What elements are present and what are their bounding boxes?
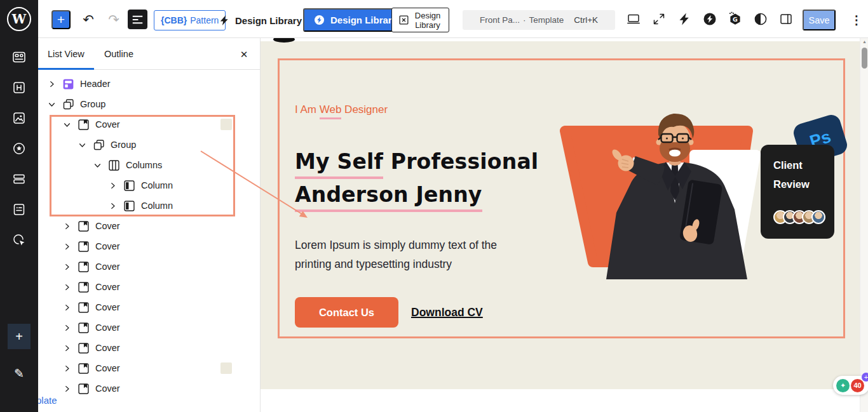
chevron-down-icon[interactable] (46, 98, 57, 110)
color-swatch (220, 119, 232, 130)
extension-diamond-icon[interactable]: ✦ (836, 379, 850, 392)
tree-row-header[interactable]: Header (38, 74, 261, 94)
chevron-down-icon[interactable] (76, 139, 88, 150)
blocks-dashboard-icon[interactable] (0, 42, 38, 72)
cbb-pattern-button[interactable]: {CBB} Pattern (154, 10, 226, 30)
fullscreen-icon[interactable] (651, 11, 667, 27)
chevron-down-icon[interactable] (92, 159, 103, 171)
tree-row-cover[interactable]: Cover (38, 114, 261, 135)
client-card-line: Review (773, 175, 834, 194)
hero-heading[interactable]: My Self Professional Anderson Jenny (295, 147, 538, 209)
block-label: Cover (95, 221, 120, 231)
block-label: Cover (95, 363, 120, 373)
edit-pencil-icon[interactable]: ✎ (0, 361, 38, 386)
hero-photo-illustration (540, 102, 775, 279)
image-block-icon[interactable] (0, 103, 38, 133)
tree-row-cover[interactable]: Cover (38, 277, 261, 297)
chevron-right-icon[interactable] (61, 220, 72, 232)
editor-topbar: + ↶ ↷ {CBB} Pattern Design Library Desig… (38, 0, 868, 38)
chevron-right-icon[interactable] (61, 241, 72, 252)
heading-underlined: My Self (295, 149, 383, 179)
star-circle-icon[interactable] (0, 133, 38, 164)
tree-row-cover[interactable]: Cover (38, 378, 261, 399)
cbb-tag: {CBB} (161, 15, 187, 25)
hero-paragraph[interactable]: Lorem Ipsum is simply dummy text of the … (295, 236, 497, 274)
header-block-icon[interactable] (0, 72, 38, 103)
client-card-line: Client (773, 156, 834, 175)
save-button[interactable]: Save (803, 10, 836, 30)
group-block-icon (92, 138, 105, 152)
inserter-plus-label: + (57, 12, 65, 27)
left-rail: W + ✎ (0, 0, 38, 412)
rows-icon[interactable] (0, 164, 38, 194)
block-label: Column (141, 201, 173, 211)
topbar-icon-group: G (626, 9, 794, 29)
browser-extension-badge[interactable]: ✦ 40 + (833, 376, 868, 395)
kicker-pre: I Am (295, 103, 320, 116)
tree-row-columns[interactable]: Columns (38, 155, 261, 175)
tree-row-group[interactable]: Group (38, 135, 261, 155)
block-label: Cover (95, 322, 120, 333)
tree-row-cover[interactable]: Cover (38, 236, 261, 256)
design-library-toolbar-button[interactable]: Design Library (218, 10, 302, 30)
client-avatars (773, 210, 834, 224)
chevron-right-icon[interactable] (61, 342, 72, 354)
chevron-right-icon[interactable] (61, 281, 72, 293)
tree-row-cover[interactable]: Cover (38, 216, 261, 236)
chevron-right-icon[interactable] (46, 78, 57, 90)
block-label: Columns (126, 160, 162, 170)
canvas-scrollbar[interactable]: ▲ (860, 38, 868, 412)
tab-outline[interactable]: Outline (104, 38, 133, 70)
tree-row-cover[interactable]: Cover (38, 256, 261, 277)
scrollbar-thumb[interactable] (862, 48, 867, 69)
cover-block-icon (76, 219, 90, 233)
tree-row-cover[interactable]: Cover (38, 317, 261, 338)
tree-row-group[interactable]: Group (38, 94, 261, 114)
desktop-preview-icon[interactable] (626, 11, 641, 27)
block-inserter-button[interactable]: + (51, 10, 71, 29)
tree-row-column[interactable]: Column (38, 175, 261, 196)
wordpress-logo-icon[interactable]: W (7, 7, 31, 31)
chevron-down-icon[interactable] (61, 119, 72, 130)
document-title-command-bar[interactable]: Front Pa... · Template Ctrl+K (463, 10, 615, 30)
block-label: Cover (95, 119, 120, 130)
scrollbar-up-icon[interactable]: ▲ (860, 39, 868, 44)
redo-icon[interactable]: ↷ (103, 10, 125, 30)
rail-add-button[interactable]: + (8, 324, 31, 349)
chevron-right-icon[interactable] (61, 322, 72, 333)
spectra-icon[interactable] (677, 11, 692, 27)
design-library-secondary-button[interactable]: Design Library (391, 8, 449, 32)
block-label: Group (111, 140, 136, 150)
spectra-circle-icon[interactable] (702, 11, 717, 27)
tree-row-cover[interactable]: Cover (38, 358, 261, 378)
hero-kicker[interactable]: I Am Web Designer (295, 103, 388, 116)
tab-list-view[interactable]: List View (48, 38, 85, 70)
tree-row-cover[interactable]: Cover (38, 338, 261, 358)
options-kebab-icon[interactable]: ⋮ (846, 10, 867, 30)
list-view-toggle-button[interactable] (128, 10, 147, 29)
chevron-right-icon[interactable] (61, 362, 72, 374)
undo-icon[interactable]: ↶ (78, 10, 99, 30)
chevron-right-icon[interactable] (61, 302, 72, 313)
chevron-right-icon[interactable] (61, 383, 72, 394)
chevron-right-icon[interactable] (107, 200, 118, 211)
download-cv-link[interactable]: Download CV (411, 306, 483, 319)
extension-count-badge[interactable]: 40 (851, 379, 864, 392)
chevron-right-icon[interactable] (107, 180, 118, 191)
gutenberg-hex-icon[interactable]: G (728, 11, 743, 27)
wordpress-logo-letter: W (12, 11, 26, 27)
block-label: Cover (95, 282, 120, 292)
tree-row-column[interactable]: Column (38, 196, 261, 216)
heading-line2: Anderson Jenny (295, 182, 482, 212)
chevron-right-icon[interactable] (61, 261, 72, 272)
cursor-click-icon[interactable] (0, 225, 38, 255)
contrast-icon[interactable] (753, 11, 768, 27)
close-icon[interactable]: ✕ (237, 48, 251, 62)
contact-us-button[interactable]: Contact Us (295, 297, 398, 328)
plus-glyph: + (864, 373, 868, 381)
svg-text:G: G (733, 16, 738, 23)
tree-row-cover[interactable]: Cover (38, 297, 261, 317)
template-breadcrumb[interactable]: plate (36, 395, 57, 406)
settings-sidebar-icon[interactable] (778, 11, 794, 27)
document-icon[interactable] (0, 194, 38, 225)
